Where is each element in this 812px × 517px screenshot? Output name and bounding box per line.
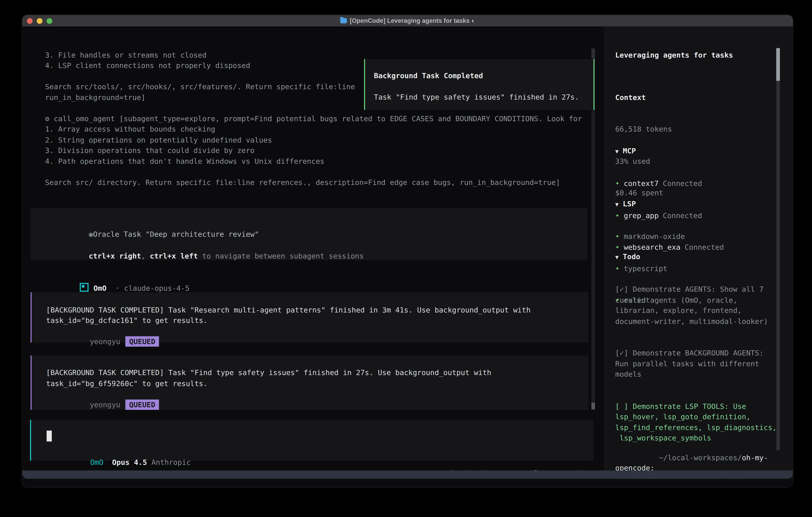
scrollback-line: 1. Array access without bounds checking	[45, 124, 215, 135]
scrollback-line: 4. Path operations that don't handle Win…	[45, 156, 324, 166]
scrollback-line: 4. LSP client connections not properly d…	[45, 60, 250, 71]
fisheye-icon: ◉	[89, 230, 93, 238]
footer-agent-name: OmO	[90, 458, 104, 466]
todo-item: [✓] Demonstrate BACKGROUND AGENTS: Run p…	[615, 348, 780, 380]
folder-icon	[340, 18, 347, 23]
task-message-line: [BACKGROUND TASK COMPLETED] Task "Find t…	[46, 367, 491, 378]
titlebar[interactable]: [OpenCode] Leveraging agents for tasks ◐	[22, 15, 793, 26]
main-scrollbar-thumb-top[interactable]	[591, 49, 595, 59]
window-title: [OpenCode] Leveraging agents for tasks ◐	[350, 16, 475, 26]
scrollback-line: 3. File handles or streams not closed	[45, 50, 206, 60]
scrollback-line: 2. String operations on potentially unde…	[45, 135, 272, 145]
task-user: yeongyu	[90, 401, 120, 409]
subagent-nav-hint: ctrl+x right, ctrl+x left to navigate be…	[45, 240, 364, 272]
chevron-down-icon: ▼	[615, 199, 618, 210]
footer-provider: Anthropic	[147, 458, 191, 466]
background-task-notification: Background Task Completed Task "Find typ…	[364, 59, 594, 110]
path-prefix: ~/local-workspaces/	[659, 453, 742, 461]
session-title: Leveraging agents for tasks	[615, 50, 780, 60]
scrollback-line: run_in_background=true]	[45, 92, 145, 103]
zoom-button[interactable]	[47, 18, 52, 24]
agent-model: · claude-opus-4-5	[107, 284, 190, 292]
mcp-heading[interactable]: ▼MCP	[615, 145, 780, 157]
background-task-card: [BACKGROUND TASK COMPLETED] Task "Resear…	[31, 292, 588, 342]
todo-item: [✓] Demonstrate AGENTS: Show all 7 curat…	[615, 284, 780, 327]
prompt-input[interactable]: OmO Opus 4.5 Anthropic	[30, 419, 593, 461]
status-badge: QUEUED	[125, 400, 159, 410]
sidebar-scrollbar-thumb[interactable]	[776, 48, 780, 81]
agent-square-icon	[80, 283, 89, 292]
lsp-heading[interactable]: ▼LSP	[615, 198, 780, 210]
opencode-window: [OpenCode] Leveraging agents for tasks ◐…	[22, 15, 793, 487]
todo-item-active: [ ] Demonstrate LSP TOOLS: Use lsp_hover…	[615, 401, 780, 443]
sidebar-scrollbar[interactable]	[776, 48, 780, 450]
text-cursor	[47, 431, 52, 441]
footer-model: Opus 4.5	[103, 458, 147, 466]
traffic-lights	[27, 18, 52, 24]
task-message-line: task_id="bg_6f59260c" to get results.	[46, 378, 208, 389]
notification-title: Background Task Completed	[374, 71, 483, 81]
task-message-line: [BACKGROUND TASK COMPLETED] Task "Resear…	[46, 304, 531, 315]
background-task-card: [BACKGROUND TASK COMPLETED] Task "Find t…	[31, 355, 588, 410]
chevron-down-icon: ▼	[615, 146, 618, 157]
session-sidebar: Leveraging agents for tasks Context 66,5…	[604, 26, 793, 479]
todo-heading[interactable]: ▼Todo	[615, 251, 780, 263]
scrollback-line: 3. Division operations that could divide…	[45, 145, 255, 156]
context-heading: Context	[615, 92, 780, 103]
oracle-task-title: Oracle Task "Deep architecture review"	[93, 230, 259, 238]
scrollback-line: ⚙ call_omo_agent [subagent_type=explore,…	[45, 113, 582, 124]
status-badge: QUEUED	[125, 336, 159, 347]
scrollback-line: Search src/ directory. Return specific f…	[45, 177, 560, 188]
gear-icon: ⚙	[45, 114, 49, 123]
agent-name: OmO	[93, 284, 107, 292]
minimize-button[interactable]	[37, 18, 42, 24]
scrollback-line: Search src/tools/, src/hooks/, src/featu…	[45, 82, 355, 92]
task-message-line: task_id="bg_dcfac161" to get results.	[46, 315, 208, 326]
main-scrollbar-thumb[interactable]	[591, 403, 595, 409]
close-button[interactable]	[27, 18, 33, 24]
oracle-task-panel: ◉Oracle Task "Deep architecture review" …	[31, 208, 587, 260]
window-bottom-edge	[22, 470, 793, 479]
notification-body: Task "Find type safety issues" finished …	[374, 91, 579, 102]
chevron-down-icon: ▼	[615, 252, 618, 263]
task-user: yeongyu	[90, 337, 120, 346]
terminal-content: 3. File handles or streams not closed 4.…	[22, 26, 793, 479]
desktop: [OpenCode] Leveraging agents for tasks ◐…	[0, 0, 812, 517]
